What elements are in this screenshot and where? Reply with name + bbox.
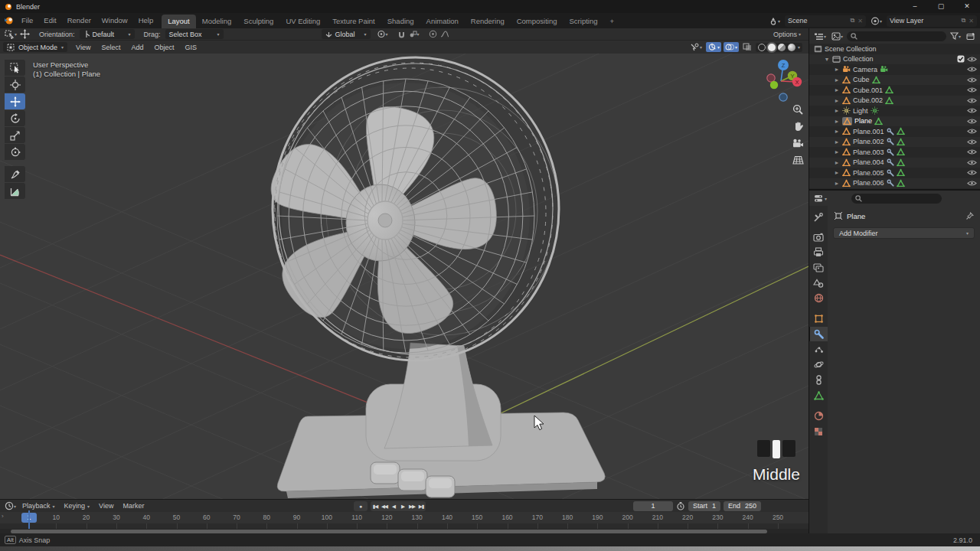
world-tab[interactable] — [809, 291, 828, 305]
viewport-menu-gis[interactable]: GIS — [179, 44, 202, 51]
disclosure-arrow-icon[interactable]: ► — [834, 149, 840, 155]
gizmo-minus-x-ball[interactable] — [767, 74, 775, 82]
timeline-menu-view[interactable]: View — [94, 502, 118, 510]
hide-viewport-eye-icon[interactable] — [967, 139, 977, 145]
close-button[interactable]: ✕ — [954, 0, 980, 13]
outliner-row-plane-003[interactable]: ►Plane.003 — [809, 147, 980, 158]
outliner-row-plane-002[interactable]: ►Plane.002 — [809, 137, 980, 148]
toggle-perspective-icon[interactable] — [790, 152, 805, 168]
shading-dropdown[interactable]: ▾ — [798, 44, 800, 50]
hide-viewport-eye-icon[interactable] — [967, 77, 977, 83]
timeline-menu-keying[interactable]: Keying▾ — [60, 502, 95, 510]
outliner-row-collection[interactable]: ▼Collection — [809, 54, 980, 65]
active-tool-icon[interactable]: ▾ — [3, 29, 18, 40]
tab-shading[interactable]: Shading — [381, 15, 420, 28]
start-frame-field[interactable]: Start 1 — [688, 501, 720, 511]
physics-tab[interactable] — [809, 357, 828, 372]
outliner-filter-type-dropdown[interactable]: ▾ — [830, 31, 844, 41]
select-box-tool[interactable] — [5, 60, 25, 76]
add-modifier-button[interactable]: Add Modifier ▾ — [833, 227, 975, 239]
scene-selector[interactable]: Scene ⧉ ✕ — [785, 15, 866, 27]
hide-viewport-eye-icon[interactable] — [967, 66, 977, 73]
wireframe-shading-button[interactable] — [758, 44, 766, 51]
properties-search-field[interactable] — [851, 194, 942, 204]
blender-menu-icon[interactable] — [4, 16, 15, 25]
disclosure-arrow-icon[interactable]: ► — [834, 77, 840, 83]
menu-edit[interactable]: Edit — [38, 13, 61, 28]
maximize-button[interactable]: ▢ — [928, 0, 954, 13]
xray-toggle[interactable] — [741, 42, 753, 52]
pivot-point-dropdown[interactable]: ▾ — [375, 29, 390, 40]
transform-orientation-dropdown[interactable]: Global ▾ — [322, 29, 371, 39]
unlink-scene-icon[interactable]: ✕ — [858, 18, 863, 24]
tab-uv-editing[interactable]: UV Editing — [279, 15, 326, 28]
move-tool-icon[interactable] — [18, 29, 31, 40]
outliner-filter-dropdown[interactable]: ▾ — [949, 31, 962, 41]
scene-tab[interactable] — [809, 276, 828, 290]
tab-texture-paint[interactable]: Texture Paint — [326, 15, 381, 28]
camera-view-icon[interactable] — [790, 135, 805, 151]
tab-sculpting[interactable]: Sculpting — [237, 15, 279, 28]
outliner-row-cube-001[interactable]: ►Cube.001 — [809, 85, 980, 96]
add-workspace-button[interactable]: + — [603, 15, 620, 28]
play-button[interactable]: ▶ — [398, 501, 407, 511]
proportional-falloff-icon[interactable] — [439, 29, 451, 40]
outliner-row-plane[interactable]: ►Plane — [809, 116, 980, 127]
mode-dropdown[interactable]: Object Mode ▾ — [3, 42, 67, 52]
new-scene-icon[interactable]: ⧉ — [851, 17, 855, 24]
outliner-row-light[interactable]: ►Light — [809, 106, 980, 116]
hide-viewport-eye-icon[interactable] — [967, 86, 977, 93]
menu-render[interactable]: Render — [62, 13, 96, 28]
tab-rendering[interactable]: Rendering — [465, 15, 511, 28]
disclosure-arrow-icon[interactable]: ► — [834, 160, 840, 165]
viewport-3d[interactable]: User Perspective (1) Collection | Plane — [0, 54, 808, 499]
snap-magnet-icon[interactable] — [396, 29, 407, 40]
snap-settings-dropdown[interactable]: ▾ — [407, 29, 421, 40]
navigation-gizmo[interactable]: Z Y X — [758, 55, 807, 104]
tab-scripting[interactable]: Scripting — [564, 15, 604, 28]
timeline-editor-type-dropdown[interactable]: ▾ — [3, 500, 18, 511]
gizmo-minus-z-ball[interactable] — [779, 93, 787, 101]
end-frame-field[interactable]: End 250 — [724, 501, 761, 511]
previous-frame-button[interactable]: ◀ — [389, 501, 398, 511]
material-tab[interactable] — [809, 409, 828, 423]
zoom-view-icon[interactable] — [790, 102, 805, 117]
tab-animation[interactable]: Animation — [420, 15, 465, 28]
annotate-tool[interactable] — [5, 166, 25, 182]
disclosure-arrow-icon[interactable]: ► — [834, 181, 840, 186]
scene-browse-icon[interactable]: ▾ — [767, 15, 782, 26]
outliner-display-mode-dropdown[interactable]: ▾ — [812, 31, 828, 41]
properties-editor-type-dropdown[interactable]: ▾ — [812, 194, 828, 204]
outliner-row-cube[interactable]: ►Cube — [809, 75, 980, 86]
outliner-row-scene-collection[interactable]: Scene Collection — [809, 44, 980, 54]
hide-viewport-eye-icon[interactable] — [967, 169, 977, 176]
tab-compositing[interactable]: Compositing — [511, 15, 564, 28]
outliner-search-field[interactable] — [847, 31, 946, 41]
outliner-row-plane-005[interactable]: ►Plane.005 — [809, 168, 980, 178]
scale-tool[interactable] — [5, 127, 25, 143]
timeline-tick-band[interactable] — [0, 523, 808, 529]
hide-viewport-eye-icon[interactable] — [967, 148, 977, 155]
hide-viewport-eye-icon[interactable] — [967, 118, 977, 125]
collection-checkbox[interactable] — [957, 55, 965, 63]
viewport-menu-object[interactable]: Object — [149, 44, 179, 51]
pin-icon[interactable] — [965, 212, 974, 220]
object-type-visibility-dropdown[interactable]: ▾ — [688, 42, 704, 52]
drag-dropdown[interactable]: Select Box ▾ — [165, 29, 224, 39]
orientation-dropdown[interactable]: Default ▾ — [80, 29, 135, 39]
viewport-menu-select[interactable]: Select — [96, 44, 126, 51]
rendered-shading-button[interactable] — [788, 44, 795, 51]
overlays-toggle[interactable]: ▾ — [724, 42, 739, 52]
hide-viewport-eye-icon[interactable] — [967, 56, 977, 63]
outliner-row-plane-006[interactable]: ►Plane.006 — [809, 178, 980, 189]
timeline-menu-marker[interactable]: Marker — [118, 502, 149, 510]
particles-tab[interactable] — [809, 342, 828, 357]
cursor-tool[interactable] — [5, 77, 25, 93]
disclosure-arrow-icon[interactable]: ► — [834, 67, 840, 72]
use-preview-range-icon[interactable] — [676, 501, 685, 510]
menu-window[interactable]: Window — [96, 13, 133, 28]
transform-tool[interactable] — [5, 144, 25, 160]
timeline-ruler[interactable]: 1020304050607080901001101201301401501601… — [0, 512, 808, 523]
jump-to-start-button[interactable]: ▮◀ — [371, 501, 380, 511]
modifiers-tab[interactable] — [809, 327, 828, 341]
